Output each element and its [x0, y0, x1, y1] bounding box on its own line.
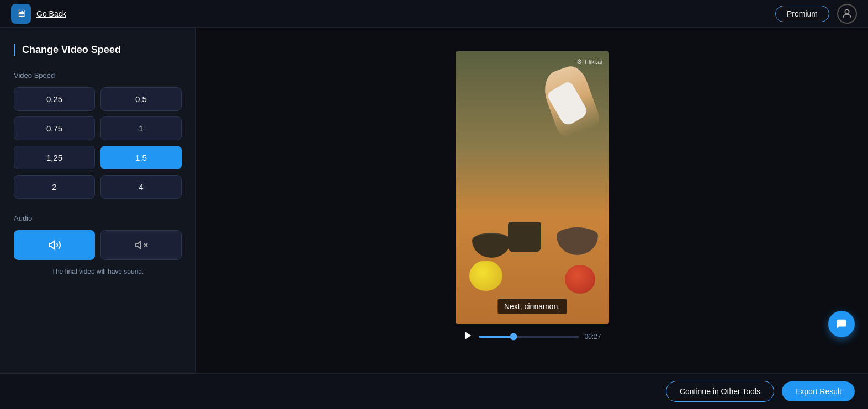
sidebar-title: Change Video Speed	[14, 44, 182, 56]
premium-button[interactable]: Premium	[775, 6, 829, 22]
chat-bubble-button[interactable]	[828, 311, 855, 337]
continue-button[interactable]: Continue in Other Tools	[666, 381, 774, 402]
speed-btn-075[interactable]: 0,75	[14, 116, 95, 140]
video-controls: 00:27	[456, 324, 609, 349]
progress-fill	[479, 336, 514, 338]
video-frame: ⚙ Fliki.ai Next, cinnamon,	[456, 51, 609, 324]
speed-btn-1[interactable]: 1	[100, 116, 182, 140]
fliki-watermark: ⚙ Fliki.ai	[576, 58, 602, 66]
go-back-link[interactable]: Go Back	[36, 9, 66, 18]
svg-marker-1	[49, 241, 54, 249]
subtitle-bar: Next, cinnamon,	[497, 299, 567, 314]
video-area: ⚙ Fliki.ai Next, cinnamon, 00:27	[196, 28, 868, 373]
video-speed-label: Video Speed	[14, 71, 182, 79]
main-content: Change Video Speed Video Speed 0,25 0,5 …	[0, 28, 868, 373]
svg-marker-5	[465, 332, 471, 339]
speed-btn-2[interactable]: 2	[14, 175, 95, 199]
app-icon: 🖥	[11, 4, 31, 24]
footer: Continue in Other Tools Export Result	[0, 373, 868, 409]
play-button[interactable]	[463, 331, 473, 343]
speed-btn-4[interactable]: 4	[100, 175, 182, 199]
header: 🖥 Go Back Premium	[0, 0, 868, 28]
audio-grid	[14, 230, 182, 260]
speed-btn-125[interactable]: 1,25	[14, 146, 95, 169]
speed-btn-05[interactable]: 0,5	[100, 87, 182, 111]
watermark-text: Fliki.ai	[585, 59, 602, 65]
header-left: 🖥 Go Back	[11, 4, 66, 24]
lemon-visual	[469, 261, 502, 291]
user-icon[interactable]	[837, 4, 857, 24]
speed-btn-15[interactable]: 1,5	[100, 146, 182, 169]
video-container: ⚙ Fliki.ai Next, cinnamon, 00:27	[456, 51, 609, 349]
speed-grid: 0,25 0,5 0,75 1 1,25 1,5 2 4	[14, 87, 182, 199]
audio-label: Audio	[14, 214, 182, 222]
progress-thumb	[510, 333, 517, 341]
sidebar: Change Video Speed Video Speed 0,25 0,5 …	[0, 28, 196, 373]
svg-point-0	[845, 9, 849, 13]
audio-note: The final video will have sound.	[14, 268, 182, 275]
gear-icon: ⚙	[576, 58, 583, 66]
header-right: Premium	[775, 4, 857, 24]
apple-visual	[565, 265, 595, 294]
time-display: 00:27	[584, 333, 601, 341]
audio-off-button[interactable]	[100, 230, 182, 260]
cup-visual	[508, 222, 541, 252]
speed-btn-025[interactable]: 0,25	[14, 87, 95, 111]
progress-bar[interactable]	[479, 336, 579, 338]
export-button[interactable]: Export Result	[782, 381, 855, 401]
audio-on-button[interactable]	[14, 230, 95, 260]
svg-marker-2	[136, 241, 141, 249]
